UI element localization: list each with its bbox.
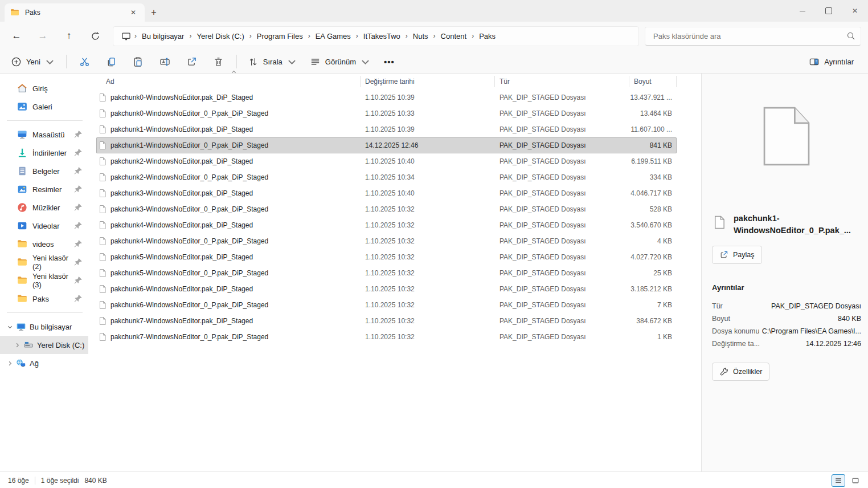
delete-button[interactable]: [206, 52, 231, 71]
new-tab-button[interactable]: +: [145, 3, 163, 22]
tab-paks[interactable]: Paks ✕: [5, 3, 145, 22]
table-row[interactable]: pakchunk1-WindowsNoEditor_0_P.pak_DiP_St…: [96, 137, 677, 153]
column-header-size[interactable]: Boyut: [629, 76, 677, 87]
sort-button-label: Sırala: [263, 58, 282, 66]
search-icon: [846, 31, 855, 40]
breadcrumb-item[interactable]: Content: [437, 30, 471, 43]
table-row[interactable]: pakchunk4-WindowsNoEditor.pak_DiP_Staged…: [96, 217, 677, 233]
breadcrumb-item[interactable]: Bu bilgisayar: [138, 30, 188, 43]
table-row[interactable]: pakchunk2-WindowsNoEditor_0_P.pak_DiP_St…: [96, 169, 677, 185]
pin-icon: [73, 148, 83, 158]
view-button[interactable]: Görünüm: [305, 52, 376, 71]
tab-close-icon[interactable]: ✕: [128, 7, 139, 18]
sidebar-item-resimler[interactable]: Resimler: [0, 180, 88, 198]
column-header-type[interactable]: Tür: [495, 76, 629, 87]
navigation-bar: ← → ↑ ›Bu bilgisayar›Yerel Disk (C:)›Pro…: [0, 22, 868, 50]
sidebar-tree-item-a-[interactable]: Ağ: [0, 354, 88, 372]
table-row[interactable]: pakchunk7-WindowsNoEditor.pak_DiP_Staged…: [96, 313, 677, 329]
table-row[interactable]: pakchunk4-WindowsNoEditor_0_P.pak_DiP_St…: [96, 233, 677, 249]
cut-button[interactable]: [72, 52, 97, 71]
selection-size: 840 KB: [84, 477, 107, 485]
file-type: PAK_DIP_STAGED Dosyası: [495, 93, 629, 101]
column-header-date[interactable]: Değiştirme tarihi: [361, 76, 495, 87]
sidebar-item-videos[interactable]: videos: [0, 235, 88, 253]
file-date: 1.10.2025 10:33: [361, 109, 495, 117]
table-row[interactable]: pakchunk6-WindowsNoEditor.pak_DiP_Staged…: [96, 281, 677, 297]
breadcrumb-item[interactable]: ItTakesTwo: [359, 30, 404, 43]
pin-icon: [73, 202, 83, 213]
sidebar-item-videolar[interactable]: Videolar: [0, 217, 88, 235]
sidebar-tree-item-yerel-disk-c-[interactable]: Yerel Disk (C:): [0, 336, 88, 354]
table-row[interactable]: pakchunk5-WindowsNoEditor.pak_DiP_Staged…: [96, 249, 677, 265]
search-input[interactable]: [645, 27, 861, 46]
folder-icon: [17, 257, 27, 267]
sidebar-item-giri-[interactable]: Giriş: [0, 79, 88, 97]
file-list-area: Ad Değiştirme tarihi Tür Boyut pakchunk0…: [88, 74, 701, 471]
sidebar-item-label: Yeni klasör (2): [32, 254, 73, 271]
new-button[interactable]: Yeni: [6, 52, 60, 71]
sort-button[interactable]: Sırala: [243, 52, 302, 71]
details-property-row: TürPAK_DIP_STAGED Dosyası: [712, 300, 861, 312]
file-size: 384.672 KB: [629, 317, 677, 325]
chevron-down-icon[interactable]: [5, 322, 15, 332]
details-view-toggle[interactable]: [832, 474, 845, 487]
sidebar-item-masa-st-[interactable]: Masaüstü: [0, 125, 88, 144]
thumbnail-view-icon: [851, 477, 859, 485]
sidebar-item-m-zikler[interactable]: Müzikler: [0, 198, 88, 217]
chevron-down-icon: [360, 56, 371, 67]
forward-button[interactable]: →: [33, 26, 52, 46]
sidebar-item-galeri[interactable]: Galeri: [0, 97, 88, 116]
maximize-button[interactable]: [816, 0, 842, 22]
sidebar-item-label: Resimler: [32, 185, 62, 194]
minimize-button[interactable]: [789, 0, 816, 22]
properties-button[interactable]: Özellikler: [712, 363, 769, 381]
sidebar-item-label: Masaüstü: [32, 131, 64, 139]
rename-button[interactable]: [153, 52, 177, 71]
table-row[interactable]: pakchunk7-WindowsNoEditor_0_P.pak_DiP_St…: [96, 329, 677, 345]
table-row[interactable]: pakchunk6-WindowsNoEditor_0_P.pak_DiP_St…: [96, 297, 677, 313]
thumbnail-view-toggle[interactable]: [849, 474, 862, 487]
close-button[interactable]: ✕: [842, 0, 868, 22]
toolbar-divider: [236, 55, 237, 68]
back-button[interactable]: ←: [7, 26, 26, 46]
paste-button[interactable]: [126, 52, 150, 71]
up-button[interactable]: ↑: [59, 26, 79, 46]
property-value: C:\Program Files\EA Games\I...: [762, 327, 861, 335]
breadcrumb-item[interactable]: Program Files: [253, 30, 307, 43]
breadcrumb-item[interactable]: EA Games: [312, 30, 355, 43]
breadcrumb[interactable]: ›Bu bilgisayar›Yerel Disk (C:)›Program F…: [113, 26, 639, 46]
sidebar-tree-item-bu-bilgisayar[interactable]: Bu bilgisayar: [0, 318, 88, 336]
refresh-button[interactable]: [85, 26, 105, 46]
chevron-right-icon[interactable]: [12, 340, 22, 350]
file-size: 334 KB: [629, 173, 677, 181]
more-options-button[interactable]: •••: [377, 57, 402, 67]
share-file-button[interactable]: Paylaş: [712, 246, 762, 264]
table-row[interactable]: pakchunk5-WindowsNoEditor_0_P.pak_DiP_St…: [96, 265, 677, 281]
file-date: 1.10.2025 10:32: [361, 237, 495, 245]
copy-button[interactable]: [99, 52, 124, 71]
table-row[interactable]: pakchunk2-WindowsNoEditor.pak_DiP_Staged…: [96, 153, 677, 169]
table-row[interactable]: pakchunk0-WindowsNoEditor_0_P.pak_DiP_St…: [96, 105, 677, 121]
folder-icon: [17, 275, 27, 286]
table-row[interactable]: pakchunk1-WindowsNoEditor.pak_DiP_Staged…: [96, 121, 677, 137]
details-toggle-label: Ayrıntılar: [824, 58, 854, 66]
breadcrumb-item[interactable]: Nuts: [409, 30, 432, 43]
sidebar-item-i-ndirilenler[interactable]: İndirilenler: [0, 144, 88, 162]
sidebar-item-label: Bu bilgisayar: [30, 323, 72, 331]
breadcrumb-item[interactable]: Yerel Disk (C:): [193, 30, 248, 43]
sidebar-item-paks[interactable]: Paks: [0, 290, 88, 308]
chevron-right-icon[interactable]: [5, 358, 15, 368]
breadcrumb-chevron-icon: ›: [307, 32, 312, 40]
file-name: pakchunk5-WindowsNoEditor.pak_DiP_Staged: [107, 253, 361, 261]
sidebar-item-belgeler[interactable]: Belgeler: [0, 162, 88, 180]
table-row[interactable]: pakchunk0-WindowsNoEditor.pak_DiP_Staged…: [96, 90, 677, 105]
music-icon: [17, 202, 27, 213]
table-row[interactable]: pakchunk3-WindowsNoEditor.pak_DiP_Staged…: [96, 185, 677, 201]
sidebar-item-yeni-klas-r-2-[interactable]: Yeni klasör (2): [0, 253, 88, 271]
sidebar-item-yeni-klas-r-3-[interactable]: Yeni klasör (3): [0, 271, 88, 290]
table-row[interactable]: pakchunk3-WindowsNoEditor_0_P.pak_DiP_St…: [96, 201, 677, 217]
details-pane-toggle[interactable]: Ayrıntılar: [804, 52, 859, 71]
breadcrumb-item[interactable]: Paks: [475, 30, 499, 43]
share-button[interactable]: [179, 52, 204, 71]
column-header-name[interactable]: Ad: [96, 76, 361, 87]
